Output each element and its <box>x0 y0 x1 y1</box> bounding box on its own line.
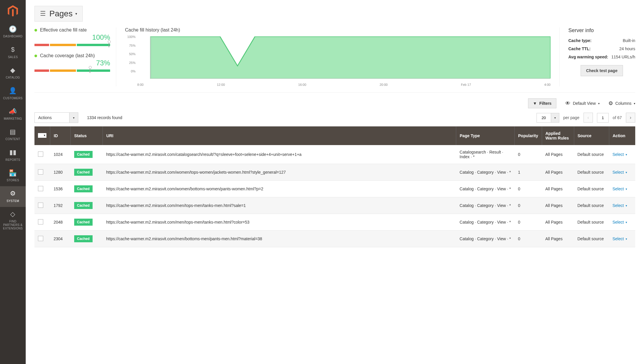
col-uri[interactable]: URI <box>103 126 456 145</box>
row-action-select[interactable]: Select ▾ <box>612 220 627 224</box>
nav-label: CONTENT <box>6 137 20 141</box>
nav-content[interactable]: ▤CONTENT <box>0 125 26 145</box>
row-checkbox[interactable] <box>38 219 43 224</box>
sales-icon: $ <box>11 46 15 53</box>
table-row: 1792Cachedhttps://cache-warmer.m2.mirasv… <box>34 197 635 214</box>
table-row: 2304Cachedhttps://cache-warmer.m2.mirasv… <box>34 231 635 247</box>
content-icon: ▤ <box>10 128 16 136</box>
table-row: 2048Cachedhttps://cache-warmer.m2.mirasv… <box>34 214 635 231</box>
coverage-value: 73% <box>34 59 110 67</box>
col-action[interactable]: Action <box>609 126 635 145</box>
per-page-input[interactable] <box>537 113 551 123</box>
status-badge: Cached <box>74 169 93 176</box>
cell-rules: All Pages <box>542 181 574 197</box>
cell-id: 1792 <box>50 197 71 214</box>
chart-y-labels: 100%75%50%25%0% <box>125 35 136 73</box>
next-page-button[interactable]: › <box>626 113 635 123</box>
row-checkbox[interactable] <box>38 203 43 208</box>
col-type[interactable]: Page Type <box>456 126 515 145</box>
nav-catalog[interactable]: ◆CATALOG <box>0 63 26 83</box>
default-view-dropdown[interactable]: 👁 Default View ▾ <box>565 100 599 107</box>
cell-uri: https://cache-warmer.m2.mirasvit.com/men… <box>103 231 456 247</box>
nav-customers[interactable]: 👤CUSTOMERS <box>0 83 26 104</box>
cell-id: 1024 <box>50 145 71 164</box>
server-info-title: Server info <box>568 27 635 34</box>
chart-x-labels: 8:0012:0016:0020:00Feb 174:00 <box>125 83 551 86</box>
nav-label: SYSTEM <box>7 199 19 203</box>
stores-icon: 🏪 <box>9 169 17 177</box>
gear-icon: ⚙ <box>608 100 613 107</box>
nav-system[interactable]: ⚙SYSTEM <box>0 186 26 207</box>
columns-dropdown[interactable]: ⚙ Columns ▾ <box>608 100 635 107</box>
chevron-down-icon: ▾ <box>551 113 559 123</box>
per-page-label: per page <box>563 115 579 120</box>
cell-popularity: 0 <box>515 197 542 214</box>
cache-history-chart: Cache fill history (last 24h) 100%75%50%… <box>116 27 559 86</box>
nav-dashboard[interactable]: 🕐DASHBOARD <box>0 22 26 42</box>
grid-controls: Actions ▾ 1334 records found ▾ per page … <box>34 112 635 123</box>
page-title-bar: ☰ Pages ▾ <box>34 0 635 27</box>
row-checkbox[interactable] <box>38 169 43 175</box>
table-row: 1280Cachedhttps://cache-warmer.m2.mirasv… <box>34 164 635 181</box>
nav-partners[interactable]: ◇FIND PARTNERS & EXTENSIONS <box>0 207 26 234</box>
magento-logo[interactable] <box>0 0 26 22</box>
page-title-text: Pages <box>49 9 72 18</box>
cell-uri: https://cache-warmer.m2.mirasvit.com/men… <box>103 197 456 214</box>
cell-type: Catalogsearch · Result · Index · * <box>456 145 515 164</box>
row-checkbox[interactable] <box>38 186 43 191</box>
mass-actions-dropdown[interactable]: Actions ▾ <box>34 112 78 123</box>
row-action-select[interactable]: Select ▾ <box>612 170 627 175</box>
cell-rules: All Pages <box>542 231 574 247</box>
row-action-select[interactable]: Select ▾ <box>612 236 627 241</box>
per-page-select[interactable]: ▾ <box>537 113 559 123</box>
row-checkbox[interactable] <box>38 151 43 157</box>
chart-area: 100%75%50%25%0% <box>125 35 551 82</box>
nav-label: FIND PARTNERS & EXTENSIONS <box>1 220 25 230</box>
prev-page-button[interactable]: ‹ <box>584 113 593 123</box>
select-all-checkbox[interactable]: ▾ <box>38 133 46 138</box>
cell-uri: https://cache-warmer.m2.mirasvit.com/wom… <box>103 181 456 197</box>
coverage-metric: Cache coverage (last 24h) 73% <box>34 53 110 72</box>
cell-rules: All Pages <box>542 164 574 181</box>
fill-rate-metric: Effective cache fill rate 100% <box>34 27 110 46</box>
row-action-select[interactable]: Select ▾ <box>612 152 627 157</box>
row-checkbox[interactable] <box>38 236 43 241</box>
cache-metrics: Effective cache fill rate 100% Cache cov… <box>34 27 116 86</box>
col-id[interactable]: ID <box>50 126 71 145</box>
cell-popularity: 0 <box>515 145 542 164</box>
nav-label: DASHBOARD <box>3 35 22 38</box>
nav-sales[interactable]: $SALES <box>0 42 26 63</box>
col-rules[interactable]: Applied Warm Rules <box>542 126 574 145</box>
hamburger-icon: ☰ <box>40 10 46 18</box>
chevron-down-icon: ▾ <box>626 187 627 191</box>
check-test-page-button[interactable]: Check test page <box>581 65 623 76</box>
reports-icon: ▮▮ <box>9 149 17 156</box>
cell-type: Catalog · Category · View · * <box>456 197 515 214</box>
current-page-input[interactable] <box>597 113 609 123</box>
records-found: 1334 records found <box>87 115 122 120</box>
server-info-val: Built-in <box>623 38 635 43</box>
filters-button[interactable]: ▼ Filters <box>528 98 557 108</box>
col-popularity[interactable]: Popularity <box>515 126 542 145</box>
chevron-down-icon: ▾ <box>626 204 627 207</box>
server-info-key: Cache type: <box>568 38 591 43</box>
nav-reports[interactable]: ▮▮REPORTS <box>0 145 26 166</box>
col-status[interactable]: Status <box>71 126 103 145</box>
server-info-key: Cache TTL: <box>568 46 591 51</box>
nav-marketing[interactable]: 📣MARKETING <box>0 104 26 125</box>
page-title-dropdown[interactable]: ☰ Pages ▾ <box>34 6 83 22</box>
server-info-key: Avg warming speed: <box>568 55 608 59</box>
coverage-label: Cache coverage (last 24h) <box>34 53 110 58</box>
col-source[interactable]: Source <box>574 126 609 145</box>
chevron-down-icon: ▾ <box>598 102 600 105</box>
filters-label: Filters <box>539 101 551 106</box>
cell-popularity: 0 <box>515 231 542 247</box>
table-row: 1024Cachedhttps://cache-warmer.m2.mirasv… <box>34 145 635 164</box>
nav-label: STORES <box>7 179 19 182</box>
admin-sidebar: 🕐DASHBOARD$SALES◆CATALOG👤CUSTOMERS📣MARKE… <box>0 0 26 259</box>
row-action-select[interactable]: Select ▾ <box>612 187 627 191</box>
row-action-select[interactable]: Select ▾ <box>612 203 627 208</box>
pager: ▾ per page ‹ of 67 › <box>537 113 635 123</box>
cell-popularity: 0 <box>515 214 542 231</box>
nav-stores[interactable]: 🏪STORES <box>0 166 26 186</box>
